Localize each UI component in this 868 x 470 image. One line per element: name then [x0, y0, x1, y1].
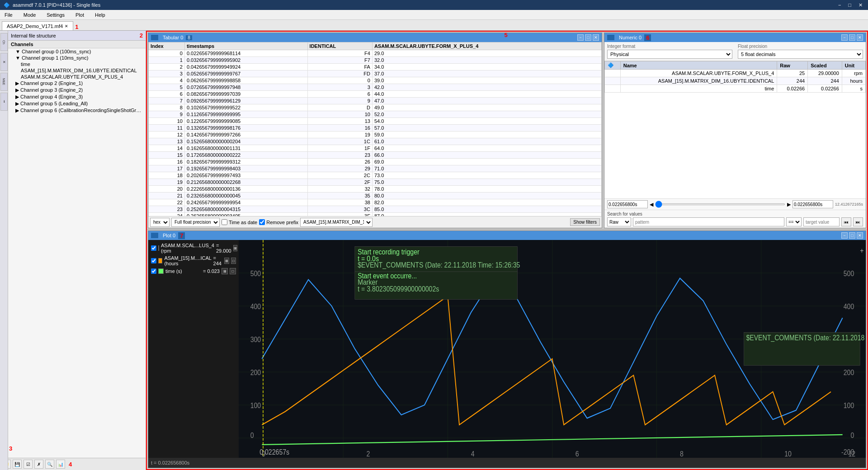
legend-expand-0[interactable]: ⊞ [233, 245, 237, 251]
menu-plot[interactable]: Plot [73, 11, 87, 19]
time-left-input[interactable] [607, 200, 648, 208]
tabular-minimize-btn[interactable]: − [577, 34, 584, 41]
maximize-btn[interactable]: □ [846, 2, 853, 8]
plot-chart[interactable]: 500 400 300 200 100 0 -200 500 400 300 2… [239, 240, 866, 458]
numeric-close-btn[interactable]: ✕ [857, 34, 863, 41]
remove-prefix-label: Remove prefix [266, 220, 298, 225]
main-layout: 9 5 Ch ✕ M&E ℹ Internal file structure 2… [0, 31, 868, 470]
tree-item-cg0[interactable]: ▼ Channel group 0 (100ms_sync) [8, 48, 146, 55]
icon-tab-info[interactable]: ℹ [0, 93, 8, 111]
tab-asap2[interactable]: ASAP2_Demo_V171.mf4 ✕ [2, 21, 73, 30]
tab-bar: ASAP2_Demo_V171.mf4 ✕ 1 [0, 20, 868, 31]
legend-toggle-1[interactable]: □ [231, 258, 236, 264]
tabular-titlebar: Tabular 0 8 − □ ✕ [148, 33, 602, 42]
sidebar-header-label: Internal file structure [11, 33, 56, 38]
time-slider[interactable] [655, 203, 785, 205]
col-header-form-x: ASAM.M.SCALAR.UBYTE.FORM_X_PLUS_4 [372, 42, 601, 50]
numeric-minimize-btn[interactable]: − [841, 34, 848, 41]
chart-icon[interactable]: 📊 [56, 460, 65, 469]
legend-expand-2[interactable]: ⊞ [222, 268, 228, 274]
tree-item-cg1[interactable]: ▼ Channel group 1 (10ms_sync) [8, 55, 146, 61]
integer-format-select[interactable]: Physical Raw [607, 50, 732, 59]
table-row: 10.032656799999995902F732.0 [149, 57, 602, 64]
prefix-select[interactable]: ASAM_[15].M.MATRIX_DIM_16.UBYTE. [300, 218, 373, 227]
numeric-window: Numeric 0 6 − □ ✕ Integer format Physica… [604, 33, 866, 228]
menu-mode[interactable]: Mode [21, 11, 39, 19]
numeric-col-raw: Raw [777, 61, 808, 70]
remove-prefix-checkbox[interactable] [259, 219, 265, 225]
tabular-close-btn[interactable]: ✕ [593, 34, 599, 41]
float-precision-select[interactable]: 5 float decimals 3 float decimals [738, 50, 863, 59]
time-step-down[interactable]: ◀ [650, 202, 653, 207]
plot-legend: ASAM.M.SCAL...LUS_4 (rpm = 29.000 ⊞ □ AS… [148, 240, 239, 458]
col-header-identical: IDENTICAL [307, 42, 372, 50]
search-next-btn[interactable]: ⏭ [853, 217, 863, 226]
top-section: Tabular 0 8 − □ ✕ Index times [146, 31, 868, 230]
search-prev-btn[interactable]: ⏮ [841, 217, 851, 226]
tree-item-time[interactable]: time [8, 61, 146, 67]
minimize-btn[interactable]: − [836, 2, 843, 8]
svg-text:8: 8 [680, 450, 684, 458]
col-header-index: Index [149, 42, 185, 50]
tree-item-cg5[interactable]: ▶ Channel group 5 (Leading_All) [8, 100, 146, 107]
legend-value-2: = 0.023 [203, 268, 220, 274]
precision-select[interactable]: Full float precision [171, 218, 220, 227]
tree-item-form-x[interactable]: ASAM.M.SCALAR.UBYTE.FORM_X_PLUS_4 [8, 74, 146, 80]
tree-item-cg4[interactable]: ▶ Channel group 4 (Engine_3) [8, 94, 146, 100]
clear-icon[interactable]: ✗ [34, 460, 43, 469]
legend-check-2[interactable] [151, 268, 156, 274]
plot-minimize-btn[interactable]: − [841, 232, 848, 239]
plot-maximize-btn[interactable]: □ [849, 232, 855, 239]
numeric-row-1: ASAM_[15].M.MATRIX_DIM_16.UBYTE.IDENTICA… [605, 77, 866, 85]
check-icon[interactable]: ☑ [24, 460, 33, 469]
tab-close-icon[interactable]: ✕ [65, 24, 68, 28]
right-area: Tabular 0 8 − □ ✕ Index times [146, 31, 868, 470]
icon-tab-modify[interactable]: M&E [0, 73, 8, 91]
bottom-section: Plot 0 7 − □ ✕ ASAM.M [146, 230, 868, 470]
icon-tab-channels[interactable]: Ch [0, 33, 8, 51]
tree-item-identical[interactable]: ASAM_[15].M.MATRIX_DIM_16.UBYTE.IDENTICA… [8, 67, 146, 74]
legend-toggle-2[interactable]: □ [230, 268, 236, 274]
numeric-col-unit: Unit [842, 61, 865, 70]
close-btn[interactable]: ✕ [857, 2, 864, 8]
table-row: 20.042656799999949924FA34.0 [149, 64, 602, 70]
search-target-input[interactable] [803, 217, 840, 226]
time-end: 12.412672165s [835, 202, 863, 207]
sidebar-content: Internal file structure 2 Channels ▼ Cha… [8, 31, 146, 458]
svg-text:0: 0 [850, 431, 854, 439]
icon-tab-x[interactable]: ✕ [0, 53, 8, 71]
menu-help[interactable]: Help [92, 11, 108, 19]
numeric-scaled-0: 29.00000 [808, 70, 842, 77]
app-icon: 🔷 [4, 2, 10, 8]
plot-close-btn[interactable]: ✕ [857, 232, 863, 239]
search-mode-select[interactable]: Raw Scaled [607, 217, 631, 226]
legend-check-0[interactable] [151, 245, 156, 251]
tree-item-cg3[interactable]: ▶ Channel group 3 (Engine_2) [8, 87, 146, 94]
hex-select[interactable]: hex dec [150, 218, 170, 227]
legend-item-2: time (s) = 0.023 ⊞ □ [151, 268, 236, 274]
label-4: 4 [69, 461, 72, 468]
legend-expand-1[interactable]: ⊞ [224, 258, 229, 264]
search-pattern-input[interactable] [633, 217, 784, 226]
show-filters-button[interactable]: Show filters [570, 218, 600, 226]
table-row: 90.1126567999999999951052.0 [149, 111, 602, 118]
tabular-maximize-btn[interactable]: □ [585, 34, 591, 41]
numeric-table-container: 🔷 Name Raw Scaled Unit ASAM.M.SCALAR.UBY… [604, 61, 866, 198]
tree-item-cg6[interactable]: ▶ Channel group 6 (CalibrationRecordingS… [8, 107, 146, 114]
search-eq-select[interactable]: == != > < [786, 217, 802, 226]
save-icon[interactable]: 💾 [13, 460, 22, 469]
time-right-input[interactable] [793, 200, 833, 208]
svg-text:500: 500 [250, 269, 261, 277]
numeric-num: 6 [644, 34, 651, 41]
table-row: 40.062656799999998858039.0 [149, 77, 602, 84]
time-as-date-checkbox[interactable] [222, 219, 227, 225]
numeric-maximize-btn[interactable]: □ [849, 34, 855, 41]
label-5: 5 [505, 32, 508, 38]
menu-settings[interactable]: Settings [44, 11, 67, 19]
tree-item-cg2[interactable]: ▶ Channel group 2 (Engine_1) [8, 80, 146, 87]
legend-check-1[interactable] [151, 258, 156, 263]
search-icon[interactable]: 🔍 [45, 460, 54, 469]
time-step-up[interactable]: ▶ [787, 202, 791, 207]
sidebar-num-label: 2 [140, 32, 143, 39]
menu-file[interactable]: File [2, 11, 15, 19]
